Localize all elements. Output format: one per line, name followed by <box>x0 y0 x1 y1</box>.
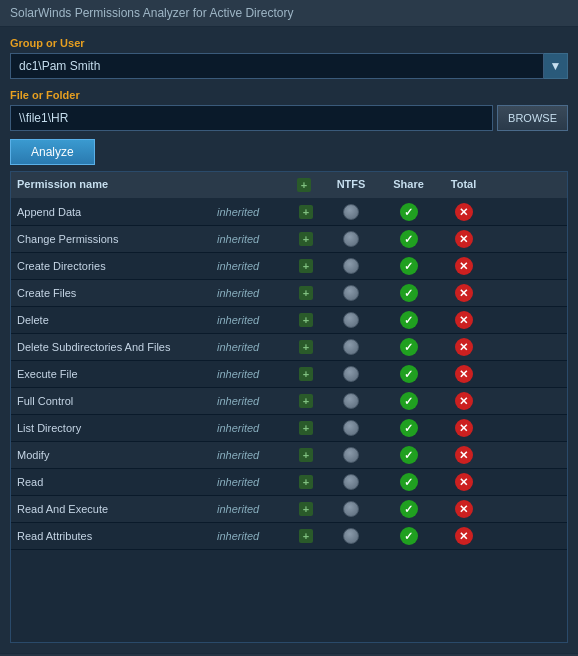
total-value: ✕ <box>436 417 491 439</box>
add-permission-cell[interactable]: + <box>291 203 321 221</box>
ntfs-value <box>321 256 381 276</box>
total-value: ✕ <box>436 228 491 250</box>
x-red-icon: ✕ <box>455 473 473 491</box>
total-value: ✕ <box>436 498 491 520</box>
table-row: Change Permissionsinherited+✓✕ <box>11 226 567 253</box>
check-green-icon: ✓ <box>400 419 418 437</box>
add-permission-cell[interactable]: + <box>291 500 321 518</box>
ntfs-value <box>321 472 381 492</box>
ntfs-value <box>321 499 381 519</box>
add-permission-cell[interactable]: + <box>291 365 321 383</box>
gray-circle-icon <box>343 474 359 490</box>
x-red-icon: ✕ <box>455 338 473 356</box>
table-row: Delete Subdirectories And Filesinherited… <box>11 334 567 361</box>
gray-circle-icon <box>343 366 359 382</box>
gray-circle-icon <box>343 204 359 220</box>
add-icon[interactable]: + <box>299 340 313 354</box>
share-value: ✓ <box>381 390 436 412</box>
inherited-label: inherited <box>211 204 291 220</box>
group-user-label: Group or User <box>10 37 568 49</box>
permission-name: Create Directories <box>11 258 211 274</box>
inherited-label: inherited <box>211 501 291 517</box>
check-green-icon: ✓ <box>400 473 418 491</box>
add-icon[interactable]: + <box>299 421 313 435</box>
add-icon[interactable]: + <box>299 394 313 408</box>
total-value: ✕ <box>436 201 491 223</box>
add-icon[interactable]: + <box>299 475 313 489</box>
share-value: ✓ <box>381 255 436 277</box>
group-user-select[interactable]: dc1\Pam Smith <box>10 53 544 79</box>
ntfs-value <box>321 229 381 249</box>
share-value: ✓ <box>381 444 436 466</box>
share-value: ✓ <box>381 498 436 520</box>
x-red-icon: ✕ <box>455 230 473 248</box>
table-row: Readinherited+✓✕ <box>11 469 567 496</box>
share-value: ✓ <box>381 336 436 358</box>
add-permission-cell[interactable]: + <box>291 257 321 275</box>
th-permission-name: Permission name <box>11 176 211 194</box>
check-green-icon: ✓ <box>400 365 418 383</box>
table-row: Read And Executeinherited+✓✕ <box>11 496 567 523</box>
check-green-icon: ✓ <box>400 257 418 275</box>
browse-button[interactable]: BROWSE <box>497 105 568 131</box>
permission-name: Read <box>11 474 211 490</box>
file-folder-input[interactable] <box>10 105 493 131</box>
total-value: ✕ <box>436 444 491 466</box>
add-icon[interactable]: + <box>299 232 313 246</box>
analyze-button[interactable]: Analyze <box>10 139 95 165</box>
x-red-icon: ✕ <box>455 446 473 464</box>
check-green-icon: ✓ <box>400 527 418 545</box>
add-icon[interactable]: + <box>299 313 313 327</box>
total-value: ✕ <box>436 390 491 412</box>
total-value: ✕ <box>436 336 491 358</box>
x-red-icon: ✕ <box>455 203 473 221</box>
add-icon[interactable]: + <box>299 367 313 381</box>
group-user-dropdown-arrow[interactable]: ▼ <box>544 53 568 79</box>
th-share: Share <box>381 176 436 194</box>
title-bar: SolarWinds Permissions Analyzer for Acti… <box>0 0 578 27</box>
inherited-label: inherited <box>211 339 291 355</box>
total-value: ✕ <box>436 255 491 277</box>
ntfs-value <box>321 391 381 411</box>
table-row: Append Datainherited+✓✕ <box>11 199 567 226</box>
add-icon[interactable]: + <box>299 286 313 300</box>
gray-circle-icon <box>343 285 359 301</box>
x-red-icon: ✕ <box>455 311 473 329</box>
x-red-icon: ✕ <box>455 365 473 383</box>
ntfs-value <box>321 445 381 465</box>
add-icon[interactable]: + <box>299 448 313 462</box>
permissions-table: Permission name + NTFS Share Total Appen… <box>10 171 568 643</box>
add-permission-cell[interactable]: + <box>291 311 321 329</box>
share-value: ✓ <box>381 228 436 250</box>
total-value: ✕ <box>436 525 491 547</box>
add-permission-cell[interactable]: + <box>291 284 321 302</box>
add-icon[interactable]: + <box>299 502 313 516</box>
inherited-label: inherited <box>211 258 291 274</box>
add-permission-cell[interactable]: + <box>291 419 321 437</box>
x-red-icon: ✕ <box>455 419 473 437</box>
add-icon[interactable]: + <box>299 259 313 273</box>
total-value: ✕ <box>436 471 491 493</box>
check-green-icon: ✓ <box>400 230 418 248</box>
table-row: Create Directoriesinherited+✓✕ <box>11 253 567 280</box>
th-inherited <box>211 176 291 194</box>
add-permission-cell[interactable]: + <box>291 473 321 491</box>
add-permission-cell[interactable]: + <box>291 230 321 248</box>
file-folder-label: File or Folder <box>10 89 568 101</box>
inherited-label: inherited <box>211 366 291 382</box>
add-icon[interactable]: + <box>299 529 313 543</box>
check-green-icon: ✓ <box>400 392 418 410</box>
share-value: ✓ <box>381 525 436 547</box>
add-permission-cell[interactable]: + <box>291 446 321 464</box>
add-icon[interactable]: + <box>297 178 311 192</box>
check-green-icon: ✓ <box>400 500 418 518</box>
inherited-label: inherited <box>211 447 291 463</box>
add-permission-cell[interactable]: + <box>291 392 321 410</box>
check-green-icon: ✓ <box>400 311 418 329</box>
add-permission-cell[interactable]: + <box>291 527 321 545</box>
add-icon[interactable]: + <box>299 205 313 219</box>
table-row: Execute Fileinherited+✓✕ <box>11 361 567 388</box>
gray-circle-icon <box>343 393 359 409</box>
add-permission-cell[interactable]: + <box>291 338 321 356</box>
share-value: ✓ <box>381 282 436 304</box>
